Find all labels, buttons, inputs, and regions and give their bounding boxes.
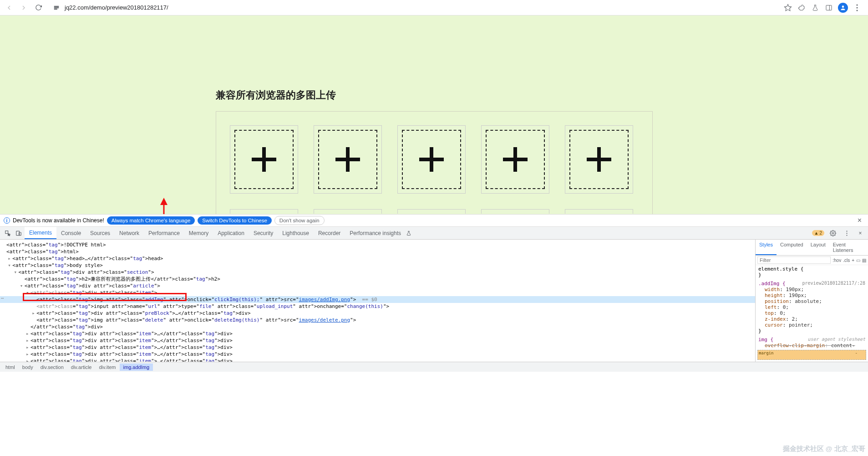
- devtools-tab-application[interactable]: Application: [213, 227, 249, 239]
- element-style-rule[interactable]: element.style {: [758, 266, 865, 272]
- performance-insights-icon: [404, 228, 414, 238]
- element-tree-line[interactable]: ▸<attr">class="tag">div attr">class="ite…: [0, 337, 755, 344]
- profile-avatar-icon[interactable]: [838, 3, 848, 13]
- settings-gear-icon[interactable]: [828, 228, 838, 238]
- devtools-tab-network[interactable]: Network: [115, 227, 144, 239]
- labs-flask-icon[interactable]: [811, 3, 820, 12]
- svg-rect-2: [54, 9, 57, 9]
- address-bar[interactable]: jq22.com/demo/preview201801282117/: [47, 1, 780, 14]
- devtools-language-notification: i DevTools is now available in Chinese! …: [0, 214, 868, 227]
- css-property[interactable]: height: 190px;: [758, 292, 865, 298]
- devtools-tab-performance-insights[interactable]: Performance insights: [345, 227, 406, 239]
- css-property[interactable]: overflow-clip-margin: content-box;: [758, 343, 865, 348]
- elements-panel[interactable]: ⋯ <attr">class="tag">!DOCTYPE html> <att…: [0, 240, 755, 362]
- switch-devtools-chinese-button[interactable]: Switch DevTools to Chinese: [198, 216, 272, 225]
- styles-body[interactable]: element.style {}.addImg {preview20180128…: [756, 265, 868, 348]
- cls-toggle[interactable]: .cls: [843, 258, 850, 263]
- devtools-tab-console[interactable]: Console: [56, 227, 86, 239]
- element-tree-line[interactable]: ▸<attr">class="tag">div attr">class="pre…: [0, 310, 755, 317]
- css-property[interactable]: position: absolute;: [758, 298, 865, 304]
- devtools-tab-sources[interactable]: Sources: [86, 227, 115, 239]
- element-tree-line[interactable]: <attr">class="tag">h2>兼容所有浏览器的多图上传</attr…: [0, 276, 755, 282]
- add-image-button[interactable]: [486, 130, 545, 189]
- styles-tab-computed[interactable]: Computed: [777, 240, 807, 255]
- side-panel-icon[interactable]: [824, 3, 833, 12]
- element-tree-line[interactable]: <attr">class="tag">!DOCTYPE html>: [0, 241, 755, 248]
- new-rule-icon[interactable]: +: [852, 258, 854, 263]
- breadcrumb-item[interactable]: html: [2, 364, 19, 371]
- svg-rect-13: [5, 231, 8, 233]
- svg-rect-0: [54, 6, 58, 6]
- breadcrumb-item[interactable]: img.addImg: [120, 364, 153, 371]
- computed-toggle-icon[interactable]: ▭: [856, 258, 860, 263]
- element-tree-line[interactable]: ▾<attr">class="tag">div attr">class="ite…: [0, 289, 755, 296]
- css-property[interactable]: z-index: 2;: [758, 316, 865, 322]
- element-tree-line[interactable]: <attr">class="tag">html>: [0, 248, 755, 255]
- back-button[interactable]: [4, 2, 15, 13]
- svg-rect-1: [54, 7, 58, 8]
- element-tree-line[interactable]: <attr">class="tag">img attr">class="addI…: [0, 296, 755, 303]
- extensions-icon[interactable]: [797, 3, 806, 12]
- element-tree-line[interactable]: <attr">class="tag">img attr">class="dele…: [0, 317, 755, 323]
- box-model: margin -: [756, 348, 868, 362]
- element-tree-line[interactable]: ▸<attr">class="tag">div attr">class="ite…: [0, 351, 755, 358]
- warning-badge[interactable]: ▲ 2: [812, 230, 824, 236]
- devtools-close-icon[interactable]: ×: [855, 228, 865, 238]
- ellipsis-icon[interactable]: ⋯: [1, 295, 4, 301]
- breadcrumb-item[interactable]: div.item: [95, 364, 119, 371]
- breadcrumb-item[interactable]: body: [19, 364, 37, 371]
- devtools-tab-recorder[interactable]: Recorder: [314, 227, 345, 239]
- styles-filter-row: :hov .cls + ▭ ▤: [756, 256, 868, 265]
- element-tree-line[interactable]: <attr">class="tag">input attr">name="url…: [0, 303, 755, 310]
- add-image-button[interactable]: [569, 130, 629, 189]
- styles-filter-input[interactable]: [757, 256, 831, 264]
- css-rule[interactable]: .addImg {preview201801282117/:28: [758, 281, 865, 287]
- svg-point-16: [832, 232, 834, 234]
- add-image-button[interactable]: [318, 130, 377, 189]
- page-title: 兼容所有浏览器的多图上传: [216, 88, 653, 102]
- css-rule[interactable]: img {user agent stylesheet: [758, 337, 865, 343]
- add-image-button[interactable]: [234, 130, 294, 189]
- css-property[interactable]: top: 0;: [758, 310, 865, 316]
- inspect-icon[interactable]: [3, 228, 13, 238]
- devtools-body: ⋯ <attr">class="tag">!DOCTYPE html> <att…: [0, 240, 868, 362]
- devtools-menu-icon[interactable]: [842, 228, 852, 238]
- device-toggle-icon[interactable]: [14, 228, 24, 238]
- always-match-language-button[interactable]: Always match Chrome's language: [107, 216, 195, 225]
- breadcrumb-item[interactable]: div.section: [37, 364, 67, 371]
- notif-text: DevTools is now available in Chinese!: [13, 217, 104, 224]
- css-property[interactable]: cursor: pointer;: [758, 322, 865, 328]
- devtools-tab-security[interactable]: Security: [249, 227, 278, 239]
- close-icon[interactable]: ×: [855, 216, 864, 225]
- devtools-tab-performance[interactable]: Performance: [144, 227, 184, 239]
- css-property[interactable]: width: 190px;: [758, 287, 865, 292]
- devtools-tab-memory[interactable]: Memory: [184, 227, 213, 239]
- element-tree-line[interactable]: ▸<attr">class="tag">head>…</attr">class=…: [0, 255, 755, 262]
- dont-show-again-button[interactable]: Don't show again: [274, 216, 325, 225]
- forward-button[interactable]: [18, 2, 29, 13]
- styles-tab-layout[interactable]: Layout: [807, 240, 829, 255]
- devtools-tab-elements[interactable]: Elements: [25, 227, 56, 239]
- styles-tab-event-listeners[interactable]: Event Listeners: [829, 240, 868, 255]
- bookmark-star-icon[interactable]: [783, 3, 792, 12]
- element-tree-line[interactable]: ▸<attr">class="tag">div attr">class="ite…: [0, 344, 755, 351]
- site-info-icon[interactable]: [52, 3, 61, 12]
- rendering-icon[interactable]: ▤: [862, 258, 866, 263]
- upload-item: [397, 209, 466, 214]
- breadcrumb-item[interactable]: div.article: [67, 364, 96, 371]
- element-tree-line[interactable]: ▾<attr">class="tag">body style>: [0, 262, 755, 269]
- element-tree-line[interactable]: ▾<attr">class="tag">div attr">class="sec…: [0, 269, 755, 276]
- element-tree-line[interactable]: ▸<attr">class="tag">div attr">class="ite…: [0, 330, 755, 337]
- element-tree-line[interactable]: </attr">class="tag">div>: [0, 323, 755, 330]
- css-property[interactable]: left: 0;: [758, 304, 865, 310]
- element-tree-line[interactable]: ▾<attr">class="tag">div attr">class="art…: [0, 282, 755, 289]
- hov-toggle[interactable]: :hov: [832, 258, 841, 263]
- element-tree-line[interactable]: ▸<attr">class="tag">div attr">class="ite…: [0, 358, 755, 362]
- styles-tab-styles[interactable]: Styles: [756, 240, 777, 255]
- svg-point-6: [842, 5, 844, 8]
- toolbar-right: [783, 3, 864, 13]
- devtools-tab-lighthouse[interactable]: Lighthouse: [278, 227, 314, 239]
- reload-button[interactable]: [33, 2, 44, 13]
- menu-icon[interactable]: [853, 3, 862, 12]
- add-image-button[interactable]: [402, 130, 461, 189]
